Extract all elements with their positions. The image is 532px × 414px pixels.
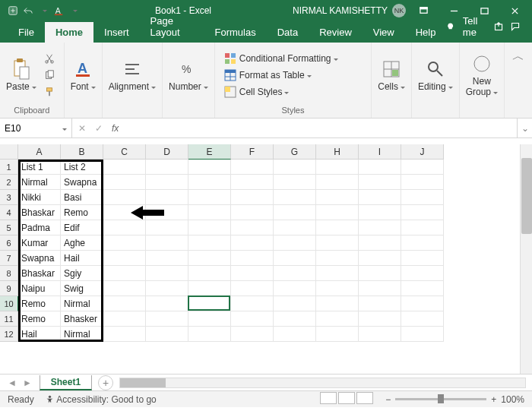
cell[interactable] <box>316 266 359 281</box>
cell[interactable] <box>401 327 444 342</box>
cell[interactable]: Aghe <box>61 235 103 251</box>
select-all-button[interactable] <box>0 144 18 160</box>
cell[interactable] <box>316 190 359 205</box>
tab-insert[interactable]: Insert <box>93 22 140 43</box>
copy-button[interactable] <box>41 68 58 82</box>
cell[interactable] <box>103 190 146 205</box>
number-button[interactable]: % Number <box>169 58 208 92</box>
alignment-button[interactable]: Alignment <box>109 58 156 92</box>
cell[interactable]: List 2 <box>61 160 103 175</box>
undo-icon[interactable] <box>23 5 33 16</box>
cell[interactable] <box>316 220 359 235</box>
cell[interactable]: Edif <box>61 220 103 235</box>
cell[interactable] <box>231 190 274 205</box>
cell[interactable] <box>103 296 146 311</box>
share-icon[interactable] <box>494 21 503 33</box>
tell-me-label[interactable]: Tell me <box>463 15 486 38</box>
cell[interactable]: Remo <box>61 205 103 220</box>
cell[interactable]: Swapna <box>61 175 103 190</box>
row-header-7[interactable]: 7 <box>0 251 18 266</box>
format-as-table-button[interactable]: Format as Table <box>221 68 366 83</box>
cell[interactable] <box>188 205 231 220</box>
cell[interactable] <box>401 190 444 205</box>
cell[interactable] <box>316 160 359 175</box>
col-header-E[interactable]: E <box>188 144 231 160</box>
paste-button[interactable]: Paste <box>6 58 36 92</box>
fx-icon[interactable]: fx <box>112 123 119 134</box>
cell[interactable] <box>103 266 146 281</box>
cell[interactable] <box>188 311 231 327</box>
accessibility-status[interactable]: Accessibility: Good to go <box>45 394 157 405</box>
cell[interactable] <box>188 220 231 235</box>
new-group-button[interactable]: New Group <box>466 53 498 97</box>
zoom-in-button[interactable]: + <box>491 394 496 405</box>
tab-page-layout[interactable]: Page Layout <box>140 11 204 43</box>
cut-button[interactable] <box>41 52 58 65</box>
spreadsheet-grid[interactable]: ABCDEFGHIJ 123456789101112 List 1List 2N… <box>0 144 532 374</box>
cell[interactable] <box>359 296 401 311</box>
collapse-ribbon-button[interactable]: ︿ <box>505 43 532 71</box>
cell[interactable] <box>231 266 274 281</box>
cell[interactable] <box>316 235 359 251</box>
cell[interactable] <box>401 220 444 235</box>
cells-area[interactable]: List 1List 2NirmalSwapnaNikkiBasiBhaskar… <box>18 160 444 342</box>
cell[interactable] <box>401 160 444 175</box>
cell[interactable]: Padma <box>18 220 61 235</box>
redo-dropdown-icon[interactable] <box>38 5 49 16</box>
cell[interactable] <box>359 175 401 190</box>
cell[interactable] <box>274 205 316 220</box>
cancel-formula-icon[interactable]: ✕ <box>78 123 86 134</box>
cell[interactable] <box>146 281 188 296</box>
col-header-B[interactable]: B <box>61 144 103 160</box>
cell-styles-button[interactable]: Cell Styles <box>221 84 366 100</box>
row-header-10[interactable]: 10 <box>0 296 18 311</box>
cell[interactable] <box>401 205 444 220</box>
tab-help[interactable]: Help <box>405 22 447 43</box>
cell[interactable] <box>359 327 401 342</box>
cell[interactable] <box>146 327 188 342</box>
cell[interactable]: Basi <box>61 190 103 205</box>
cell[interactable] <box>274 281 316 296</box>
user-avatar[interactable]: NK <box>392 4 406 17</box>
cell[interactable] <box>231 296 274 311</box>
cell[interactable] <box>401 311 444 327</box>
cell[interactable]: Remo <box>18 311 61 327</box>
row-header-9[interactable]: 9 <box>0 281 18 296</box>
row-header-12[interactable]: 12 <box>0 327 18 342</box>
cell[interactable] <box>401 296 444 311</box>
row-header-1[interactable]: 1 <box>0 160 18 175</box>
cell[interactable] <box>316 205 359 220</box>
cell[interactable] <box>103 281 146 296</box>
col-header-F[interactable]: F <box>231 144 274 160</box>
cell[interactable] <box>231 220 274 235</box>
zoom-slider[interactable] <box>395 398 486 400</box>
cell[interactable] <box>274 296 316 311</box>
cell[interactable] <box>231 281 274 296</box>
cell[interactable] <box>359 251 401 266</box>
tab-home[interactable]: Home <box>45 22 93 43</box>
view-buttons[interactable] <box>320 392 375 406</box>
cell[interactable] <box>359 266 401 281</box>
row-header-5[interactable]: 5 <box>0 220 18 235</box>
cell[interactable] <box>274 311 316 327</box>
zoom-level[interactable]: 100% <box>501 394 524 405</box>
row-header-3[interactable]: 3 <box>0 190 18 205</box>
name-box[interactable] <box>0 119 72 137</box>
format-painter-button[interactable] <box>41 85 58 99</box>
cell[interactable]: Nirmal <box>61 327 103 342</box>
cell[interactable] <box>359 311 401 327</box>
cell[interactable] <box>146 251 188 266</box>
cell[interactable] <box>231 160 274 175</box>
cell[interactable] <box>274 327 316 342</box>
cell[interactable] <box>146 311 188 327</box>
tab-file[interactable]: File <box>8 22 45 43</box>
name-box-input[interactable] <box>5 123 50 134</box>
cell[interactable]: Remo <box>18 296 61 311</box>
cell[interactable] <box>316 296 359 311</box>
vertical-scroll-thumb[interactable] <box>521 158 532 234</box>
cell[interactable] <box>146 235 188 251</box>
cell[interactable] <box>401 235 444 251</box>
col-header-A[interactable]: A <box>18 144 61 160</box>
row-headers[interactable]: 123456789101112 <box>0 160 18 342</box>
cell[interactable]: Swapna <box>18 251 61 266</box>
